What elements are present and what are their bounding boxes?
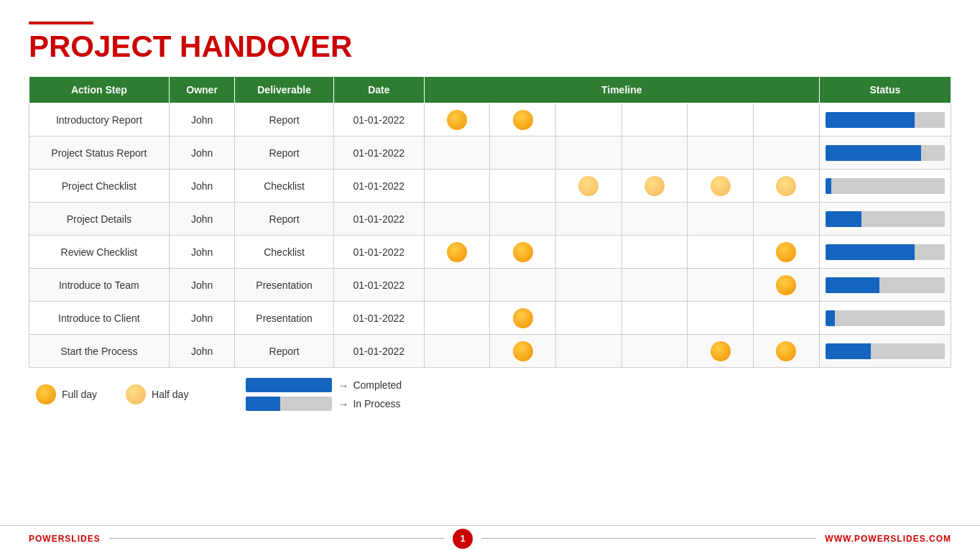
cell-action-step: Start the Process: [29, 335, 170, 368]
cell-timeline-1: [490, 136, 556, 170]
cell-owner: John: [169, 203, 235, 236]
table-row: Introduce to ClientJohnPresentation01-01…: [29, 302, 951, 335]
cell-timeline-1: [490, 203, 556, 236]
cell-deliverable: Report: [235, 203, 333, 236]
col-header-action-step: Action Step: [29, 77, 170, 103]
cell-owner: John: [169, 136, 235, 170]
table-row: Start the ProcessJohnReport01-01-2022: [29, 335, 951, 368]
cell-date: 01-01-2022: [333, 103, 424, 136]
table-row: Review ChecklistJohnChecklist01-01-2022: [29, 236, 951, 269]
cell-timeline-2: [556, 170, 622, 203]
cell-date: 01-01-2022: [333, 170, 424, 203]
page-title: PROJECT HANDOVER: [29, 30, 951, 63]
col-header-status: Status: [819, 77, 951, 103]
cell-timeline-0: [424, 103, 490, 136]
cell-timeline-1: [490, 269, 556, 302]
cell-timeline-3: [621, 203, 688, 236]
col-header-deliverable: Deliverable: [235, 77, 333, 103]
cell-owner: John: [169, 103, 235, 136]
cell-status: [819, 203, 951, 236]
status-bar-blue: [826, 211, 861, 227]
cell-timeline-5: [754, 203, 820, 236]
cell-date: 01-01-2022: [333, 236, 424, 269]
cell-status: [819, 269, 951, 302]
cell-status: [819, 236, 951, 269]
cell-action-step: Introduce to Team: [29, 269, 170, 302]
cell-action-step: Project Checklist: [29, 170, 170, 203]
cell-action-step: Introduce to Client: [29, 302, 170, 335]
cell-timeline-4: [688, 236, 754, 269]
table-row: Project DetailsJohnReport01-01-2022: [29, 203, 951, 236]
top-accent-line: [29, 22, 93, 24]
cell-timeline-3: [621, 335, 688, 368]
cell-status: [819, 170, 951, 203]
cell-timeline-4: [688, 335, 754, 368]
cell-timeline-2: [556, 302, 622, 335]
half-day-dot: [644, 176, 665, 196]
cell-owner: John: [169, 302, 235, 335]
full-day-dot: [513, 341, 533, 361]
half-day-dot: [711, 176, 731, 196]
cell-timeline-4: [688, 302, 754, 335]
cell-timeline-1: [490, 236, 556, 269]
cell-deliverable: Report: [235, 103, 333, 136]
full-day-dot: [513, 242, 533, 262]
status-bar-gray: [915, 244, 945, 260]
cell-timeline-3: [621, 236, 688, 269]
cell-timeline-0: [424, 269, 490, 302]
status-bar-blue: [826, 178, 831, 194]
col-header-date: Date: [333, 77, 424, 103]
footer-url: WWW.POWERSLIDES.COM: [825, 534, 951, 544]
cell-action-step: Project Status Report: [29, 136, 170, 170]
cell-date: 01-01-2022: [333, 302, 424, 335]
status-bar: [826, 277, 945, 293]
status-bar-gray: [879, 277, 945, 293]
status-bar-blue: [826, 112, 915, 128]
cell-timeline-2: [556, 136, 622, 170]
status-bar-blue: [826, 277, 879, 293]
cell-deliverable: Checklist: [235, 170, 333, 203]
cell-timeline-5: [754, 236, 820, 269]
half-day-dot: [578, 176, 598, 196]
status-bar: [826, 145, 945, 161]
cell-owner: John: [169, 335, 235, 368]
cell-action-step: Introductory Report: [29, 103, 170, 136]
status-bar-gray: [915, 112, 945, 128]
cell-deliverable: Report: [235, 335, 333, 368]
full-day-dot: [711, 341, 731, 361]
half-day-icon: [126, 384, 146, 404]
cell-deliverable: Report: [235, 136, 333, 170]
cell-timeline-1: [490, 302, 556, 335]
legend-half-day: Half day: [126, 384, 188, 404]
cell-date: 01-01-2022: [333, 335, 424, 368]
status-bar-gray: [831, 178, 945, 194]
full-day-dot: [776, 275, 796, 295]
status-bar-blue: [826, 310, 835, 326]
completed-label: Completed: [353, 379, 402, 391]
cell-timeline-2: [556, 269, 622, 302]
cell-timeline-1: [490, 170, 556, 203]
cell-owner: John: [169, 236, 235, 269]
cell-deliverable: Presentation: [235, 302, 333, 335]
status-bar-gray: [871, 343, 945, 359]
status-bar-blue: [826, 244, 915, 260]
legend-full-day: Full day: [36, 384, 97, 404]
cell-status: [819, 335, 951, 368]
cell-timeline-1: [490, 335, 556, 368]
legend-left: Full day Half day: [36, 384, 188, 404]
half-day-dot: [776, 176, 796, 196]
full-day-label: Full day: [62, 389, 97, 400]
cell-timeline-5: [754, 302, 820, 335]
full-day-dot: [513, 308, 533, 328]
status-bar: [826, 244, 945, 260]
cell-date: 01-01-2022: [333, 269, 424, 302]
full-day-dot: [447, 110, 467, 130]
footer-page-number: 1: [453, 529, 473, 549]
cell-status: [819, 302, 951, 335]
status-bar-blue: [826, 343, 871, 359]
full-day-dot: [776, 341, 796, 361]
cell-timeline-4: [688, 136, 754, 170]
table-row: Project Status ReportJohnReport01-01-202…: [29, 136, 951, 170]
cell-timeline-3: [621, 103, 688, 136]
title-part1: PROJECT: [29, 29, 180, 63]
